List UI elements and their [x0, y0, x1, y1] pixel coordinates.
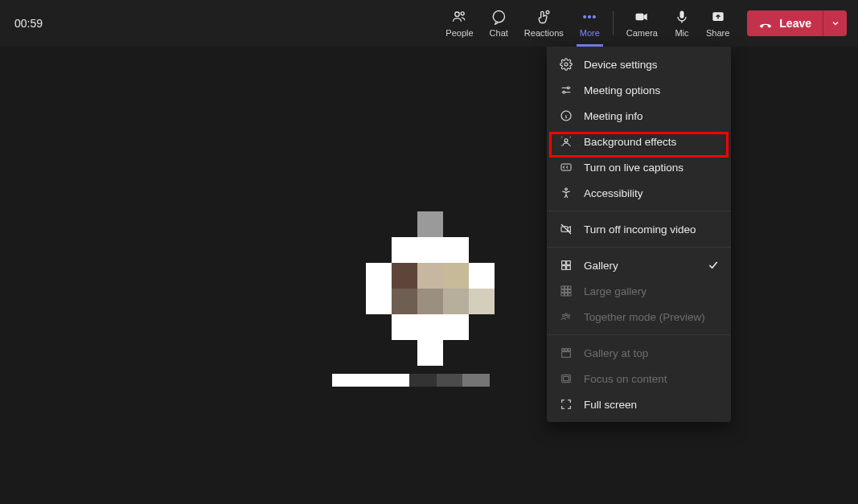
svg-rect-27 — [561, 293, 564, 296]
check-icon — [707, 259, 720, 272]
more-label: More — [580, 28, 600, 38]
menu-item-large-gallery: Large gallery — [547, 278, 731, 304]
svg-rect-38 — [564, 376, 569, 380]
svg-rect-21 — [561, 286, 564, 289]
menu-divider — [547, 247, 731, 248]
svg-point-1 — [462, 12, 465, 15]
menu-item-full-screen[interactable]: Full screen — [547, 391, 731, 417]
menu-divider — [547, 211, 731, 211]
camera-label: Camera — [626, 28, 658, 38]
svg-point-13 — [564, 139, 568, 142]
share-button[interactable]: Share — [698, 0, 737, 47]
menu-label: Large gallery — [584, 285, 647, 297]
chevron-down-icon — [831, 18, 840, 28]
svg-point-10 — [567, 87, 569, 89]
menu-label: Together mode (Preview) — [584, 311, 705, 323]
menu-label: Meeting info — [584, 110, 643, 122]
menu-label: Meeting options — [584, 84, 660, 96]
people-icon — [451, 9, 467, 25]
background-effects-icon — [560, 135, 573, 148]
chat-button[interactable]: Chat — [482, 0, 516, 47]
menu-item-meeting-info[interactable]: Meeting info — [547, 103, 731, 129]
mic-icon — [674, 9, 690, 25]
svg-rect-25 — [564, 289, 567, 292]
menu-item-accessibility[interactable]: Accessibility — [547, 180, 731, 206]
leave-button[interactable]: Leave — [747, 10, 823, 36]
svg-rect-33 — [562, 349, 564, 351]
menu-item-background-effects[interactable]: Background effects — [547, 129, 731, 154]
accessibility-icon — [560, 186, 573, 199]
reactions-icon — [536, 9, 552, 25]
svg-rect-6 — [636, 14, 644, 20]
menu-item-turn-off-incoming-video[interactable]: Turn off incoming video — [547, 216, 731, 242]
svg-rect-36 — [562, 352, 571, 358]
leave-wrap: Leave — [747, 10, 847, 36]
svg-rect-22 — [564, 286, 567, 289]
menu-item-meeting-options[interactable]: Meeting options — [547, 77, 731, 103]
svg-point-4 — [589, 15, 591, 18]
toolbar-divider — [613, 11, 614, 35]
menu-label: Turn on live captions — [584, 162, 684, 174]
svg-point-30 — [562, 314, 564, 317]
svg-point-0 — [455, 12, 459, 16]
share-label: Share — [706, 28, 729, 38]
svg-rect-14 — [561, 164, 571, 170]
cc-icon — [560, 161, 573, 174]
leave-dropdown-button[interactable] — [823, 10, 847, 36]
meeting-timer: 00:59 — [14, 17, 43, 30]
people-button[interactable]: People — [437, 0, 481, 47]
toolbar: People Chat Reactions More Camera Mic Sh… — [437, 0, 847, 47]
top-bar: 00:59 People Chat Reactions More Camera … — [0, 0, 858, 47]
menu-item-live-captions[interactable]: Turn on live captions — [547, 154, 731, 180]
svg-point-15 — [565, 188, 568, 191]
gear-icon — [560, 58, 573, 71]
svg-rect-19 — [562, 266, 566, 270]
reactions-button[interactable]: Reactions — [516, 0, 572, 47]
chat-label: Chat — [490, 28, 508, 38]
camera-icon — [634, 9, 650, 25]
svg-point-32 — [568, 314, 570, 317]
sliders-icon — [560, 84, 573, 96]
svg-rect-17 — [562, 261, 566, 265]
mic-label: Mic — [675, 28, 688, 38]
hangup-icon — [758, 16, 773, 31]
participant-name-pixelated — [332, 374, 490, 387]
svg-rect-23 — [569, 286, 571, 289]
svg-point-2 — [546, 10, 549, 14]
mic-button[interactable]: Mic — [666, 0, 698, 47]
more-button[interactable]: More — [572, 0, 608, 47]
more-icon — [581, 9, 597, 25]
leave-label: Leave — [779, 17, 811, 30]
menu-label: Turn off incoming video — [584, 223, 696, 236]
svg-rect-20 — [567, 266, 571, 270]
share-icon — [710, 9, 726, 25]
svg-point-3 — [584, 15, 586, 18]
svg-point-9 — [564, 63, 568, 66]
gallery-icon — [560, 259, 573, 272]
reactions-label: Reactions — [524, 28, 564, 38]
svg-point-11 — [563, 91, 565, 93]
menu-item-device-settings[interactable]: Device settings — [547, 51, 731, 77]
people-label: People — [445, 28, 473, 38]
menu-label: Device settings — [584, 59, 658, 71]
menu-label: Full screen — [584, 399, 637, 411]
svg-rect-24 — [561, 289, 564, 292]
menu-item-gallery[interactable]: Gallery — [547, 252, 731, 278]
large-gallery-icon — [560, 285, 573, 297]
svg-rect-29 — [569, 293, 571, 296]
menu-divider — [547, 334, 731, 335]
video-off-icon — [560, 223, 573, 236]
svg-rect-28 — [564, 293, 567, 296]
menu-item-gallery-at-top: Gallery at top — [547, 340, 731, 366]
menu-label: Gallery at top — [584, 347, 648, 359]
camera-button[interactable]: Camera — [618, 0, 666, 47]
menu-label: Accessibility — [584, 187, 643, 199]
menu-item-together-mode: Together mode (Preview) — [547, 304, 731, 330]
svg-rect-7 — [679, 11, 684, 18]
fullscreen-icon — [560, 398, 573, 411]
chat-icon — [491, 9, 507, 25]
focus-icon — [560, 372, 573, 385]
info-icon — [560, 109, 573, 122]
svg-rect-26 — [569, 289, 571, 292]
svg-rect-35 — [569, 349, 571, 351]
